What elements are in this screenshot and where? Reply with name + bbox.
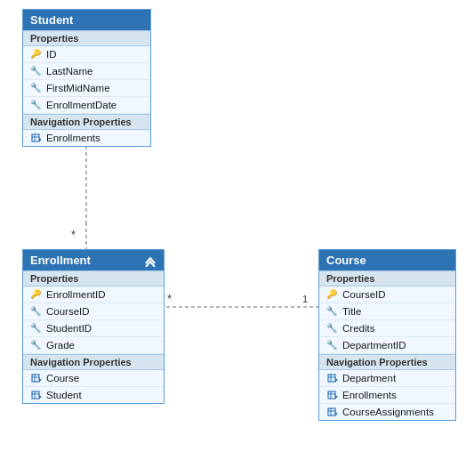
enrollment-course: Course	[46, 373, 79, 383]
course-enrollments-row: Enrollments	[319, 387, 455, 404]
enrollment-student: Student	[46, 390, 82, 400]
svg-rect-17	[32, 391, 39, 399]
course-department-row: Department	[319, 370, 455, 387]
nav-icon	[326, 406, 339, 418]
enrollment-title: Enrollment	[30, 254, 91, 267]
course-id: CourseID	[342, 289, 386, 300]
enrollment-studentid-row: StudentID	[23, 320, 164, 337]
student-header: Student	[23, 10, 150, 30]
course-deptid-row: DepartmentID	[319, 337, 455, 354]
enrollment-properties-label: Properties	[23, 270, 164, 286]
svg-rect-21	[328, 375, 335, 382]
course-assignments: CourseAssignments	[342, 407, 434, 417]
svg-text:*: *	[71, 228, 76, 241]
svg-rect-9	[32, 134, 39, 141]
student-enrollments: Enrollments	[46, 133, 100, 143]
key-icon	[30, 288, 43, 301]
wrench-icon	[326, 322, 339, 335]
student-nav-label: Navigation Properties	[23, 114, 150, 130]
wrench-icon	[30, 305, 43, 318]
wrench-icon	[326, 305, 339, 318]
student-lastname: LastName	[46, 66, 92, 77]
nav-icon	[326, 372, 339, 384]
student-enrollments-row: Enrollments	[23, 130, 150, 146]
enrollment-grade: Grade	[46, 340, 75, 351]
course-enrollments: Enrollments	[342, 390, 397, 400]
student-id: ID	[46, 49, 57, 60]
student-enrolldate-row: EnrollmentDate	[23, 97, 150, 114]
diagram-canvas: 1 * * 1 Student Properties ID LastName	[0, 0, 466, 476]
svg-marker-28	[335, 395, 338, 399]
student-entity: Student Properties ID LastName FirstMidN…	[22, 9, 151, 147]
course-credits-row: Credits	[319, 320, 455, 337]
svg-rect-29	[328, 408, 335, 415]
student-enrolldate: EnrollmentDate	[46, 100, 116, 110]
student-firstname-row: FirstMidName	[23, 80, 150, 97]
wrench-icon	[30, 99, 43, 111]
enrollment-courseid: CourseID	[46, 306, 90, 317]
student-lastname-row: LastName	[23, 63, 150, 80]
course-id-row: CourseID	[319, 286, 455, 303]
wrench-icon	[326, 339, 339, 351]
svg-marker-12	[39, 138, 42, 141]
enrollment-header: Enrollment	[23, 250, 164, 270]
enrollment-student-row: Student	[23, 387, 164, 403]
course-title: Course	[326, 254, 366, 267]
course-title-field: Title	[342, 306, 361, 317]
svg-marker-32	[335, 412, 338, 415]
student-title: Student	[30, 13, 73, 27]
enrollment-studentid: StudentID	[46, 323, 92, 334]
nav-icon	[30, 132, 43, 144]
course-nav-label: Navigation Properties	[319, 354, 455, 370]
course-header: Course	[319, 250, 455, 270]
course-title-row: Title	[319, 303, 455, 320]
collapse-icon[interactable]	[144, 254, 157, 267]
course-credits: Credits	[342, 323, 374, 334]
svg-text:*: *	[167, 292, 172, 305]
svg-rect-13	[32, 375, 39, 382]
key-icon	[30, 48, 43, 61]
student-firstname: FirstMidName	[46, 83, 110, 93]
enrollment-nav-label: Navigation Properties	[23, 354, 164, 370]
student-id-row: ID	[23, 46, 150, 63]
enrollment-id: EnrollmentID	[46, 289, 105, 300]
course-deptid: DepartmentID	[342, 340, 406, 351]
student-properties-label: Properties	[23, 30, 150, 46]
enrollment-entity: Enrollment Properties EnrollmentID Cours…	[22, 249, 165, 404]
svg-marker-16	[39, 378, 42, 382]
wrench-icon	[30, 82, 43, 94]
wrench-icon	[30, 322, 43, 335]
svg-marker-20	[39, 395, 42, 399]
nav-icon	[326, 389, 339, 401]
enrollment-course-row: Course	[23, 370, 164, 387]
course-assignments-row: CourseAssignments	[319, 404, 455, 420]
course-entity: Course Properties CourseID Title Credits…	[318, 249, 456, 421]
key-icon	[326, 288, 339, 301]
enrollment-id-row: EnrollmentID	[23, 286, 164, 303]
enrollment-courseid-row: CourseID	[23, 303, 164, 320]
svg-rect-25	[328, 391, 335, 399]
course-properties-label: Properties	[319, 270, 455, 286]
nav-icon	[30, 372, 43, 384]
enrollment-grade-row: Grade	[23, 337, 164, 354]
svg-text:1: 1	[302, 294, 308, 304]
svg-marker-24	[335, 378, 338, 382]
wrench-icon	[30, 65, 43, 77]
course-department: Department	[342, 373, 396, 383]
nav-icon	[30, 389, 43, 401]
wrench-icon	[30, 339, 43, 351]
